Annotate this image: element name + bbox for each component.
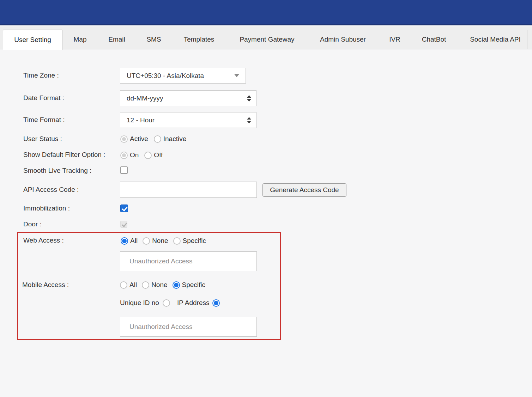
app-header-bar <box>0 0 532 25</box>
date-format-label: Date Format : <box>23 94 64 102</box>
radio-on-selected[interactable] <box>120 152 128 159</box>
radio-web-none-label: None <box>152 237 168 245</box>
door-label: Door : <box>23 220 42 228</box>
time-zone-value: UTC+05:30 - Asia/Kolkata <box>127 72 234 80</box>
radio-off-label: Off <box>154 151 163 159</box>
time-format-label: Time Format : <box>23 116 65 124</box>
chevron-down-icon <box>234 74 239 77</box>
api-access-code-input[interactable] <box>120 182 257 198</box>
radio-active-selected[interactable] <box>120 135 128 143</box>
radio-web-none[interactable] <box>143 237 150 245</box>
radio-mobile-all-label: All <box>129 281 137 289</box>
tab-admin-subuser[interactable]: Admin Subuser <box>320 36 366 43</box>
mobile-access-type-group: Unique ID no IP Address <box>120 299 220 307</box>
settings-tab-bar: User Setting Map Email SMS Templates Pay… <box>0 26 532 49</box>
radio-mobile-none-label: None <box>151 281 167 289</box>
user-status-radio-group: Active Inactive <box>120 135 192 143</box>
radio-inactive-label: Inactive <box>163 135 186 143</box>
smooth-tracking-label: Smooth Live Tracking : <box>23 167 91 175</box>
radio-inactive[interactable] <box>154 135 161 143</box>
updown-arrows-icon <box>247 117 251 123</box>
radio-web-specific[interactable] <box>173 237 181 245</box>
radio-ip-address-selected[interactable] <box>212 299 220 307</box>
tab-payment-gateway[interactable]: Payment Gateway <box>240 36 294 43</box>
radio-web-specific-label: Specific <box>183 237 206 245</box>
mobile-access-label: Mobile Access : <box>22 281 69 289</box>
time-zone-select[interactable]: UTC+05:30 - Asia/Kolkata <box>120 68 246 84</box>
radio-on-label: On <box>130 151 139 159</box>
mobile-access-unauthorized-input[interactable] <box>120 317 257 337</box>
radio-active-label: Active <box>130 135 148 143</box>
default-filter-label: Show Default Filter Option : <box>23 151 105 159</box>
tab-chatbot[interactable]: ChatBot <box>422 36 446 43</box>
radio-mobile-specific-label: Specific <box>182 281 206 289</box>
tab-email[interactable]: Email <box>108 36 125 43</box>
radio-unique-id[interactable] <box>163 299 170 307</box>
radio-mobile-specific-selected[interactable] <box>173 281 180 289</box>
ip-address-label: IP Address <box>177 299 210 307</box>
tab-separator-line <box>527 30 527 49</box>
tab-templates[interactable]: Templates <box>184 36 214 43</box>
tab-map[interactable]: Map <box>74 36 87 43</box>
generate-access-code-button[interactable]: Generate Access Code <box>262 183 346 197</box>
tab-ivr[interactable]: IVR <box>389 36 400 43</box>
time-format-value: 12 - Hour <box>127 116 247 124</box>
time-zone-label: Time Zone : <box>23 72 59 79</box>
immobilization-label: Immobilization : <box>23 204 70 212</box>
tab-user-setting[interactable]: User Setting <box>3 30 62 50</box>
radio-mobile-none[interactable] <box>142 281 149 289</box>
web-access-radio-group: All None Specific <box>121 237 212 245</box>
radio-mobile-all[interactable] <box>120 281 127 289</box>
date-format-select[interactable]: dd-MM-yyyy <box>120 90 256 106</box>
radio-web-all-selected[interactable] <box>121 237 128 245</box>
unique-id-label: Unique ID no <box>120 299 159 307</box>
user-setting-page: User Setting Map Email SMS Templates Pay… <box>0 0 532 397</box>
tab-sms[interactable]: SMS <box>146 36 161 43</box>
door-checkbox-disabled <box>120 221 127 228</box>
web-access-unauthorized-input[interactable] <box>120 251 257 271</box>
radio-web-all-label: All <box>130 237 138 245</box>
tab-social-media-api[interactable]: Social Media API <box>470 36 521 43</box>
api-access-code-label: API Access Code : <box>23 186 79 194</box>
user-status-label: User Status : <box>23 135 62 143</box>
date-format-value: dd-MM-yyyy <box>127 94 247 102</box>
immobilization-checkbox-checked[interactable] <box>120 204 128 212</box>
smooth-tracking-checkbox[interactable] <box>120 166 128 174</box>
web-access-label: Web Access : <box>23 237 64 244</box>
radio-off[interactable] <box>144 152 152 159</box>
mobile-access-radio-group: All None Specific <box>120 281 211 289</box>
default-filter-radio-group: On Off <box>120 151 168 159</box>
updown-arrows-icon <box>247 95 251 102</box>
time-format-select[interactable]: 12 - Hour <box>120 112 256 128</box>
